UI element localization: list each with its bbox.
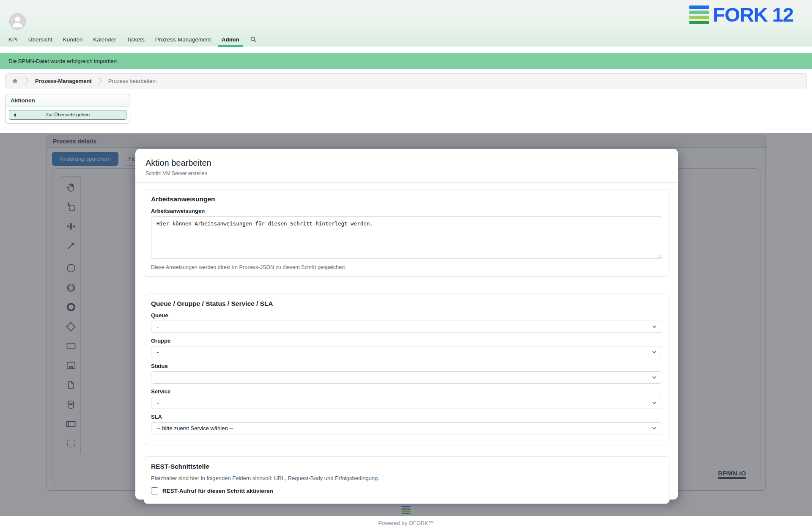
assignment-card: Queue / Gruppe / Status / Service / SLA … [144, 294, 669, 445]
chevron-right-icon [98, 76, 102, 85]
aktionen-widget: Aktionen Zur Übersicht gehen [5, 94, 130, 124]
sla-select[interactable]: -- bitte zuerst Service wählen -- [151, 422, 662, 434]
main-nav: KPI Übersicht Kunden Kalender Tickets Pr… [8, 36, 257, 43]
breadcrumb: Prozess-Management Prozess bearbeiten: [5, 73, 807, 88]
sla-label: SLA [151, 414, 662, 420]
work-instructions-helper: Diese Anweisungen werden direkt im Proze… [151, 264, 662, 270]
triangle-left-icon [14, 113, 16, 117]
page-footer: Powered by OFORK™ [0, 516, 812, 530]
rest-heading: REST-Schnittstelle [151, 463, 662, 470]
chevron-down-icon [652, 351, 656, 354]
nav-item-kalender[interactable]: Kalender [93, 36, 116, 43]
search-icon[interactable] [250, 36, 257, 43]
logo-number: 12 [772, 5, 793, 24]
status-select[interactable]: - [151, 371, 662, 384]
service-label: Service [151, 388, 662, 395]
gruppe-select[interactable]: - [151, 346, 662, 358]
chevron-down-icon [652, 325, 656, 328]
nav-item-tickets[interactable]: Tickets [126, 36, 144, 43]
footer-text: Powered by OFORK™ [378, 520, 434, 526]
app-header: KPI Übersicht Kunden Kalender Tickets Pr… [0, 0, 812, 47]
nav-item-kunden[interactable]: Kunden [63, 36, 83, 43]
nav-item-admin-active[interactable]: Admin [222, 36, 239, 43]
modal-title: Aktion bearbeiten [145, 158, 668, 168]
breadcrumb-section[interactable]: Prozess-Management [35, 78, 92, 84]
rest-description: Platzhalter sind hier in folgenden Felde… [151, 475, 662, 481]
queue-label: Queue [151, 312, 662, 319]
queue-select[interactable]: - [151, 321, 662, 333]
work-instructions-textarea[interactable]: Hier können Arbeitsanweisungen für diese… [151, 216, 662, 259]
go-to-overview-button[interactable]: Zur Übersicht gehen [9, 110, 126, 120]
work-instructions-card: Arbeitsanweisungen Arbeitsanweisungen Hi… [144, 189, 669, 277]
aktionen-widget-title: Aktionen [5, 94, 130, 107]
main-content: Process details Änderung speichern Fit + [0, 133, 812, 516]
avatar[interactable] [9, 13, 26, 30]
nav-item-uebersicht[interactable]: Übersicht [28, 36, 52, 43]
nav-item-prozess-management[interactable]: Prozess-Management [155, 36, 211, 43]
chevron-down-icon [652, 427, 656, 430]
work-instructions-label: Arbeitsanweisungen [151, 208, 662, 214]
nav-item-kpi[interactable]: KPI [8, 36, 18, 43]
rest-interface-card: REST-Schnittstelle Platzhalter sind hier… [144, 456, 669, 504]
work-instructions-heading: Arbeitsanweisungen [151, 195, 662, 203]
app-logo[interactable]: FORK 12 [689, 5, 793, 24]
logo-text: FORK [713, 5, 768, 24]
success-banner: Die BPMN-Datei wurde erfolgreich importi… [0, 53, 812, 69]
chevron-right-icon [25, 76, 29, 85]
modal-body: Arbeitsanweisungen Arbeitsanweisungen Hi… [135, 189, 678, 504]
breadcrumb-page: Prozess bearbeiten: [108, 78, 157, 84]
rest-enable-checkbox-label: REST-Aufruf für diesen Schritt aktiviere… [162, 488, 273, 494]
gruppe-label: Gruppe [151, 338, 662, 344]
logo-bars-icon [689, 5, 709, 24]
chevron-down-icon [652, 376, 656, 379]
edit-action-modal: Aktion bearbeiten Schritt: VM Server ers… [135, 149, 678, 500]
home-icon[interactable] [11, 77, 19, 85]
status-label: Status [151, 363, 662, 369]
service-select[interactable]: - [151, 397, 662, 409]
modal-subtitle: Schritt: VM Server erstellen [145, 170, 668, 176]
rest-enable-checkbox[interactable] [151, 487, 158, 494]
modal-header: Aktion bearbeiten Schritt: VM Server ers… [135, 149, 678, 183]
assignment-heading: Queue / Gruppe / Status / Service / SLA [151, 300, 662, 308]
chevron-down-icon [652, 401, 656, 404]
user-silhouette-icon [10, 14, 25, 29]
